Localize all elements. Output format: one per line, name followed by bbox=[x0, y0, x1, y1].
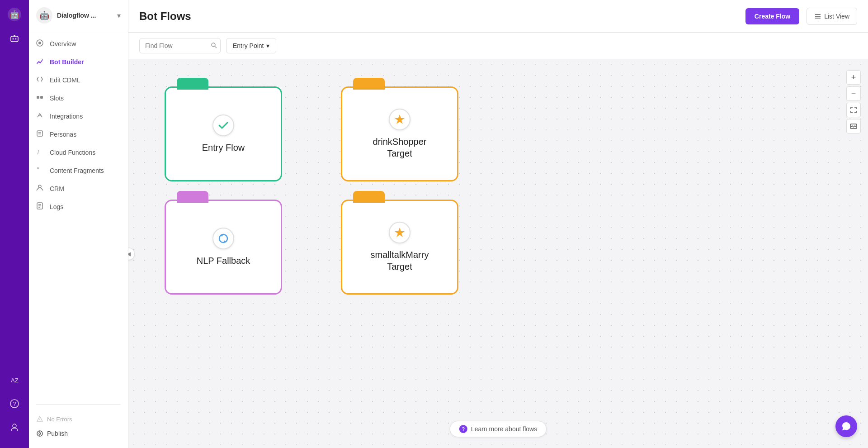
content-fragments-icon: " bbox=[36, 166, 44, 175]
svg-point-11 bbox=[38, 42, 41, 44]
entry-point-filter-button[interactable]: Entry Point ▾ bbox=[226, 38, 276, 53]
slots-icon bbox=[36, 94, 44, 103]
canvas-area: ◀ Entry Flow bbox=[128, 59, 868, 448]
sidebar-item-personas[interactable]: Personas bbox=[29, 125, 128, 143]
sidebar-logo: 🤖 bbox=[36, 7, 52, 24]
sidebar-item-logs-label: Logs bbox=[50, 203, 63, 210]
sidebar-item-content-fragments[interactable]: " Content Fragments bbox=[29, 162, 128, 180]
svg-rect-12 bbox=[37, 96, 39, 99]
sidebar-app-title: Dialogflow ... bbox=[57, 12, 96, 19]
smalltalk-marry-label: smalltalkMarryTarget bbox=[371, 249, 429, 272]
sidebar-item-overview-label: Overview bbox=[50, 40, 76, 48]
zoom-fit-button[interactable] bbox=[846, 103, 861, 117]
drink-shopper-icon bbox=[389, 109, 410, 130]
svg-point-4 bbox=[15, 38, 17, 40]
cloud-functions-icon: ƒ bbox=[36, 148, 44, 157]
learn-more-link[interactable]: ? Learn more about flows bbox=[450, 421, 547, 437]
svg-point-26 bbox=[39, 420, 40, 421]
help-icon[interactable]: ? bbox=[6, 396, 23, 412]
flow-card-tab-green bbox=[177, 78, 208, 90]
app-logo: 🤖 bbox=[5, 5, 24, 24]
svg-line-35 bbox=[215, 46, 217, 48]
create-flow-button[interactable]: Create Flow bbox=[745, 8, 799, 24]
sidebar-icon-bot[interactable] bbox=[6, 31, 23, 47]
page-title: Bot Flows bbox=[139, 10, 738, 23]
sidebar-item-personas-label: Personas bbox=[50, 131, 76, 138]
svg-point-3 bbox=[13, 38, 14, 40]
sidebar-header: 🤖 Dialogflow ... ▾ bbox=[29, 0, 128, 31]
sidebar-item-edit-cdml-label: Edit CDML bbox=[50, 76, 80, 84]
sidebar-chevron-icon[interactable]: ▾ bbox=[117, 11, 121, 20]
svg-text:": " bbox=[37, 166, 39, 173]
user-icon[interactable] bbox=[6, 419, 23, 435]
icon-bar: 🤖 AZ ? bbox=[0, 0, 29, 448]
filter-bar: Entry Point ▾ bbox=[128, 33, 868, 59]
flow-card-entry-flow[interactable]: Entry Flow bbox=[165, 86, 282, 181]
sidebar-nav: Overview Bot Builder Edit CDML Slots Int… bbox=[29, 31, 128, 400]
sidebar-item-logs[interactable]: Logs bbox=[29, 198, 128, 216]
svg-point-28 bbox=[39, 433, 41, 434]
sidebar-item-slots-label: Slots bbox=[50, 95, 64, 102]
zoom-controls: + − bbox=[846, 70, 861, 133]
svg-text:ƒ: ƒ bbox=[37, 149, 40, 154]
svg-text:?: ? bbox=[13, 401, 16, 407]
sidebar-item-integrations-label: Integrations bbox=[50, 113, 83, 120]
flow-grid: Entry Flow drinkShopperTarget bbox=[128, 59, 535, 322]
sidebar-item-crm[interactable]: CRM bbox=[29, 180, 128, 198]
flow-card-smalltalk-marry[interactable]: smalltalkMarryTarget bbox=[341, 200, 458, 295]
main-content: Bot Flows Create Flow List View Entry Po… bbox=[128, 0, 868, 448]
sidebar-item-publish[interactable]: Publish bbox=[36, 426, 121, 441]
personas-icon bbox=[36, 130, 44, 139]
list-view-label: List View bbox=[824, 13, 849, 20]
sidebar-item-slots[interactable]: Slots bbox=[29, 89, 128, 107]
svg-rect-5 bbox=[14, 35, 15, 37]
nlp-fallback-icon bbox=[212, 228, 234, 249]
sidebar-bottom: No Errors Publish bbox=[29, 408, 128, 448]
logs-icon bbox=[36, 202, 44, 211]
translate-icon[interactable]: AZ bbox=[6, 372, 23, 388]
svg-text:AZ: AZ bbox=[11, 377, 19, 384]
sidebar-item-bot-builder-label: Bot Builder bbox=[50, 58, 84, 66]
sidebar-item-crm-label: CRM bbox=[50, 185, 64, 192]
svg-rect-13 bbox=[40, 96, 43, 99]
sidebar-item-overview[interactable]: Overview bbox=[29, 35, 128, 53]
flow-card-nlp-fallback[interactable]: NLP Fallback bbox=[165, 200, 282, 295]
sidebar: 🤖 Dialogflow ... ▾ Overview Bot Builder … bbox=[29, 0, 128, 448]
list-view-button[interactable]: List View bbox=[807, 8, 857, 25]
sidebar-item-bot-builder[interactable]: Bot Builder bbox=[29, 53, 128, 71]
flow-card-tab-purple bbox=[177, 191, 208, 203]
overview-icon bbox=[36, 39, 44, 48]
sidebar-divider bbox=[36, 404, 121, 405]
bot-builder-icon bbox=[36, 57, 44, 67]
search-input[interactable] bbox=[139, 38, 221, 53]
sidebar-item-edit-cdml[interactable]: Edit CDML bbox=[29, 71, 128, 89]
topbar: Bot Flows Create Flow List View bbox=[128, 0, 868, 33]
learn-more-label: Learn more about flows bbox=[471, 425, 537, 433]
flow-card-tab-orange-1 bbox=[353, 78, 385, 90]
sidebar-item-integrations[interactable]: Integrations bbox=[29, 107, 128, 125]
zoom-out-button[interactable]: − bbox=[846, 86, 861, 101]
no-errors-status: No Errors bbox=[36, 412, 121, 426]
svg-rect-15 bbox=[37, 131, 42, 136]
smalltalk-marry-icon bbox=[389, 222, 410, 243]
search-wrapper bbox=[139, 38, 221, 53]
entry-flow-icon bbox=[212, 114, 234, 136]
chat-bubble-button[interactable] bbox=[835, 415, 857, 437]
svg-text:🤖: 🤖 bbox=[9, 10, 20, 19]
sidebar-item-cloud-functions-label: Cloud Functions bbox=[50, 149, 95, 156]
publish-label: Publish bbox=[47, 430, 68, 437]
entry-point-chevron-icon: ▾ bbox=[266, 42, 269, 49]
nlp-fallback-label: NLP Fallback bbox=[197, 255, 250, 267]
svg-point-9 bbox=[13, 424, 16, 428]
svg-rect-2 bbox=[11, 36, 18, 42]
sidebar-item-cloud-functions[interactable]: ƒ Cloud Functions bbox=[29, 143, 128, 162]
entry-flow-label: Entry Flow bbox=[202, 142, 245, 153]
edit-cdml-icon bbox=[36, 76, 44, 85]
zoom-image-button[interactable] bbox=[846, 119, 861, 133]
search-icon bbox=[211, 42, 217, 50]
drink-shopper-label: drinkShopperTarget bbox=[373, 136, 427, 159]
zoom-in-button[interactable]: + bbox=[846, 70, 861, 85]
no-errors-label: No Errors bbox=[47, 416, 72, 423]
help-circle-icon: ? bbox=[459, 425, 467, 433]
flow-card-drink-shopper[interactable]: drinkShopperTarget bbox=[341, 86, 458, 181]
